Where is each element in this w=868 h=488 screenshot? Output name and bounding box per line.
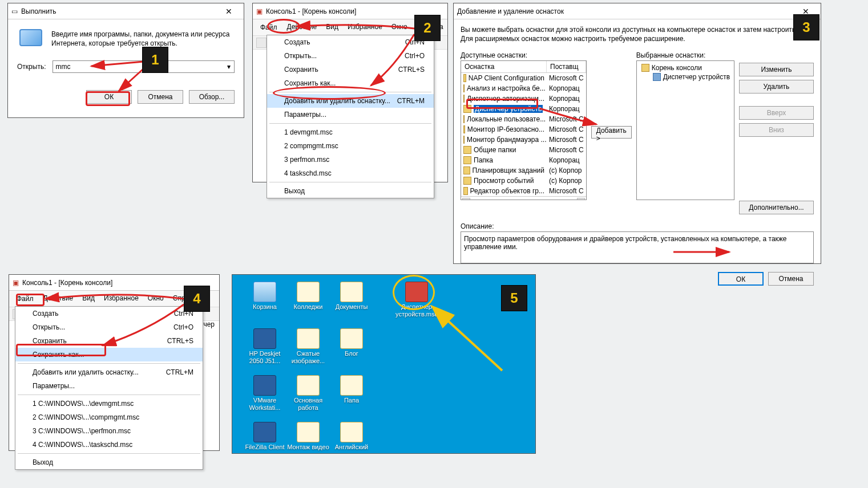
tree-root: Корень консоли: [652, 64, 702, 72]
menu-item[interactable]: Параметры...: [15, 379, 203, 393]
desc-text: [461, 231, 814, 263]
menu-файл[interactable]: Файл: [11, 292, 39, 306]
down-button[interactable]: Вниз: [739, 123, 814, 137]
mmc-icon: ▣: [256, 7, 263, 15]
menu-item[interactable]: Сохранить как...: [15, 348, 203, 361]
menu-item[interactable]: Выход: [15, 456, 203, 469]
menu-действие[interactable]: Действие: [39, 292, 78, 306]
desktop-icon[interactable]: Блог: [330, 328, 373, 357]
snapin-row[interactable]: Диспетчер авторизаци...Корпорац: [461, 93, 586, 104]
file-icon: [297, 282, 320, 302]
menu-item[interactable]: Выход: [267, 184, 434, 198]
snapin-icon: [463, 115, 465, 123]
menu-item[interactable]: Добавить или удалить оснастку...CTRL+M: [15, 365, 203, 379]
menu-окно[interactable]: Окно: [387, 21, 412, 34]
snapin-row[interactable]: Общие папкиMicrosoft C: [461, 145, 586, 155]
desktop-icon[interactable]: Сжатые изображе...: [287, 328, 329, 364]
menu-item[interactable]: СохранитьCTRL+S: [15, 334, 203, 348]
snapin-row[interactable]: Монитор IP-безопасно...Microsoft C: [461, 124, 586, 135]
menu-item[interactable]: СоздатьCtrl+N: [267, 35, 434, 49]
selected-tree[interactable]: Корень консоли Диспетчер устройств: [636, 60, 734, 200]
file-icon: [340, 282, 363, 302]
snapin-icon: [463, 177, 471, 185]
file-icon: [253, 328, 276, 349]
menu-item[interactable]: 4 taskschd.msc: [267, 166, 434, 180]
menu-избранное[interactable]: Избранное: [343, 21, 387, 34]
desktop-icon[interactable]: Монтаж видео: [287, 422, 329, 451]
menu-item[interactable]: Сохранить как...: [267, 76, 434, 90]
run-logo-icon: [19, 29, 42, 46]
cancel-button[interactable]: Отмена: [768, 272, 814, 286]
col-vendor[interactable]: Поставщ: [547, 61, 586, 72]
chevron-down-icon[interactable]: ▾: [224, 62, 233, 72]
ok-button[interactable]: ОК: [718, 272, 764, 286]
menu-избранное[interactable]: Избранное: [99, 292, 143, 306]
snapin-row[interactable]: NAP Client ConfigurationMicrosoft C: [461, 73, 586, 83]
menu-файл[interactable]: Файл: [255, 21, 282, 34]
menu-item[interactable]: 2 C:\WINDOWS\...\compmgmt.msc: [15, 410, 203, 424]
desktop-icon[interactable]: Основная работа: [287, 375, 329, 411]
col-name[interactable]: Оснастка: [461, 61, 547, 72]
scroll-right-icon[interactable]: ▸: [577, 198, 585, 201]
step-badge-2: 2: [414, 15, 441, 41]
menu-вид[interactable]: Вид: [78, 292, 99, 306]
scroll-left-icon[interactable]: ◂: [462, 198, 470, 201]
snap-title: Добавление и удаление оснасток: [457, 7, 794, 15]
available-label: Доступные оснастки:: [461, 50, 587, 60]
desktop-icon[interactable]: FileZilla Client: [244, 422, 286, 451]
menu-item[interactable]: Открыть...Ctrl+O: [267, 49, 434, 63]
menu-item[interactable]: Параметры...: [267, 108, 434, 121]
snapin-icon: [463, 156, 471, 164]
delete-button[interactable]: Удалить: [739, 80, 814, 93]
up-button[interactable]: Вверх: [739, 106, 814, 120]
menu-item[interactable]: 1 C:\WINDOWS\...\devmgmt.msc: [15, 397, 203, 410]
snapin-row[interactable]: Просмотр событий(с) Корпор: [461, 176, 586, 186]
snapin-icon: [463, 105, 471, 113]
menu-действие[interactable]: Действие: [282, 21, 322, 34]
file-icon: [253, 422, 276, 442]
menu-item[interactable]: Открыть...Ctrl+O: [15, 320, 203, 334]
menu-вид[interactable]: Вид: [321, 21, 343, 34]
snapin-row[interactable]: Планировщик заданий(с) Корпор: [461, 165, 586, 176]
snapin-row[interactable]: Монитор брандмауэра ...Microsoft C: [461, 135, 586, 145]
close-icon[interactable]: ✕: [217, 7, 240, 16]
step-badge-3: 3: [793, 14, 819, 40]
run-description: Введите имя программы, папки, документа …: [51, 30, 235, 48]
desktop-icon[interactable]: HP Deskjet 2050 J51...: [244, 328, 286, 364]
advanced-button[interactable]: Дополнительно...: [739, 201, 814, 214]
menu-item[interactable]: СоздатьCtrl+N: [15, 307, 203, 320]
desktop-icon[interactable]: Английский: [330, 422, 373, 451]
available-list[interactable]: Оснастка Поставщ NAP Client Configuratio…: [461, 60, 587, 200]
snapin-row[interactable]: ПапкаКорпорац: [461, 155, 586, 165]
snapin-row[interactable]: Редактор объектов гр...Microsoft C: [461, 186, 586, 196]
ok-button[interactable]: ОК: [86, 90, 132, 104]
menu-окно[interactable]: Окно: [143, 292, 168, 306]
menu-item[interactable]: 4 C:\WINDOWS\...\taskschd.msc: [15, 438, 203, 452]
snapin-row[interactable]: Локальные пользовате...Microsoft C: [461, 114, 586, 124]
desktop-icon[interactable]: Папа: [330, 375, 373, 404]
open-label: Открыть:: [17, 62, 46, 72]
menu-item[interactable]: Добавить или удалить оснастку...CTRL+M: [267, 94, 434, 108]
run-icon-small: ▭: [11, 7, 18, 15]
edit-extensions-button[interactable]: Изменить расширения...: [739, 63, 814, 76]
menu-item[interactable]: СохранитьCTRL+S: [267, 63, 434, 76]
menu-item[interactable]: 1 devmgmt.msc: [267, 125, 434, 139]
desktop-icon[interactable]: Документы: [330, 282, 373, 311]
desktop-icon[interactable]: Колледжи: [287, 282, 329, 311]
snapin-row[interactable]: Диспетчер устройствКорпорац: [461, 104, 586, 114]
snapin-row[interactable]: Анализ и настройка бе...Корпорац: [461, 83, 586, 93]
menu-item[interactable]: 2 compmgmt.msc: [267, 139, 434, 153]
file-icon: [253, 282, 276, 302]
desktop-icon[interactable]: Корзина: [244, 282, 286, 311]
browse-button[interactable]: Обзор...: [189, 90, 235, 104]
desktop[interactable]: КорзинаКолледжиДокументыДиспетчер устрой…: [232, 274, 536, 454]
cancel-button[interactable]: Отмена: [138, 90, 183, 104]
file-icon: [297, 328, 320, 349]
menu-item[interactable]: 3 perfmon.msc: [267, 153, 434, 166]
back-icon[interactable]: [256, 38, 267, 48]
step-badge-1: 1: [142, 47, 168, 73]
desktop-icon[interactable]: VMware Workstati...: [244, 375, 286, 411]
add-button[interactable]: Добавить >: [591, 126, 632, 139]
desktop-icon[interactable]: Диспетчер устройств.msc: [395, 282, 438, 318]
menu-item[interactable]: 3 C:\WINDOWS\...\perfmon.msc: [15, 424, 203, 438]
